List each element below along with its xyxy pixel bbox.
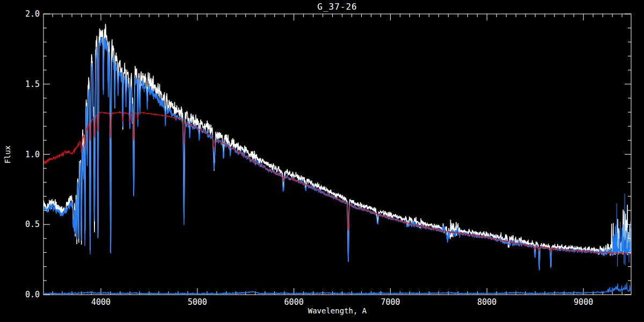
series-observed-raw (43, 24, 631, 270)
y-tick-label: 0.0 (25, 290, 40, 299)
series-observed (43, 37, 631, 270)
x-tick-label: 8000 (477, 297, 496, 307)
y-tick-label: 1.0 (25, 150, 40, 159)
plot-canvas: 4000500060007000800090000.00.51.01.52.0 (0, 0, 644, 322)
chart-title: G_37-26 (43, 2, 631, 12)
y-tick-label: 1.5 (25, 79, 40, 89)
series-noise-floor (43, 283, 631, 295)
y-tick-label: 2.0 (25, 9, 40, 19)
y-axis-label: Flux (3, 128, 12, 181)
x-axis-label: Wavelength, A (43, 306, 631, 315)
x-tick-label: 6000 (284, 297, 304, 307)
x-tick-label: 7000 (380, 297, 400, 307)
axes-box (43, 14, 631, 295)
series-model (43, 112, 631, 254)
x-tick-label: 9000 (574, 297, 593, 307)
y-tick-label: 0.5 (25, 219, 40, 229)
x-tick-label: 4000 (91, 297, 111, 307)
x-tick-label: 5000 (188, 297, 207, 307)
spectrum-chart: 4000500060007000800090000.00.51.01.52.0 … (0, 0, 644, 322)
